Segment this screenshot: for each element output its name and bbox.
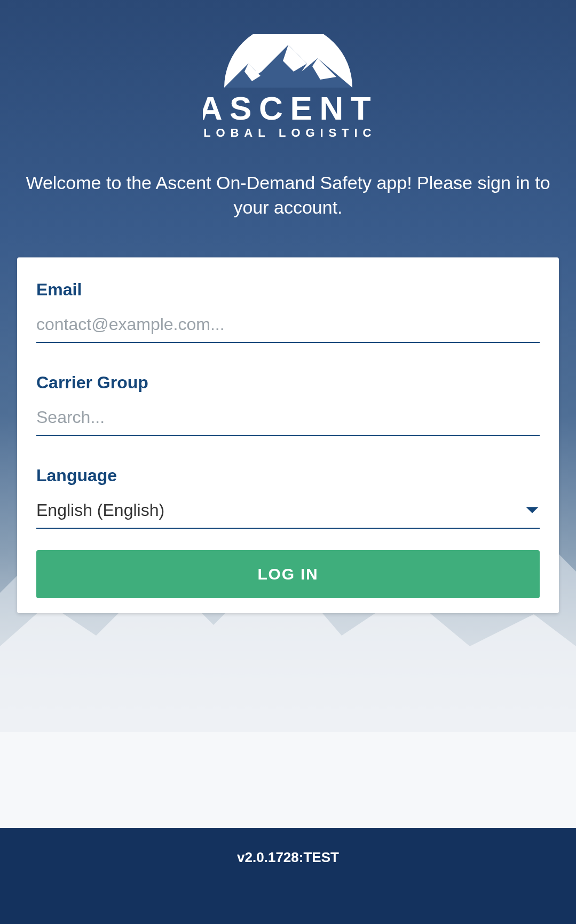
app-version: v2.0.1728:TEST (237, 849, 339, 866)
login-card: Email Carrier Group Language English (En… (17, 257, 559, 613)
welcome-message: Welcome to the Ascent On-Demand Safety a… (0, 171, 576, 220)
footer-bar: v2.0.1728:TEST (0, 828, 576, 924)
language-field-group: Language English (English) (36, 466, 540, 529)
language-select[interactable]: English (English) (36, 495, 540, 529)
language-label: Language (36, 466, 540, 486)
language-selected-value: English (English) (36, 500, 164, 520)
carrier-group-input[interactable] (36, 402, 540, 436)
email-field-group: Email (36, 280, 540, 343)
chevron-down-icon (525, 505, 540, 515)
login-button[interactable]: LOG IN (36, 550, 540, 598)
email-label: Email (36, 280, 540, 300)
brand-name-sub: GLOBAL LOGISTICS (203, 126, 374, 139)
email-input[interactable] (36, 309, 540, 343)
brand-logo: ASCENT GLOBAL LOGISTICS (203, 34, 374, 146)
mountain-logo-icon: ASCENT GLOBAL LOGISTICS (203, 34, 374, 146)
carrier-group-label: Carrier Group (36, 373, 540, 393)
carrier-group-field-group: Carrier Group (36, 373, 540, 436)
brand-name-main: ASCENT (203, 90, 374, 127)
